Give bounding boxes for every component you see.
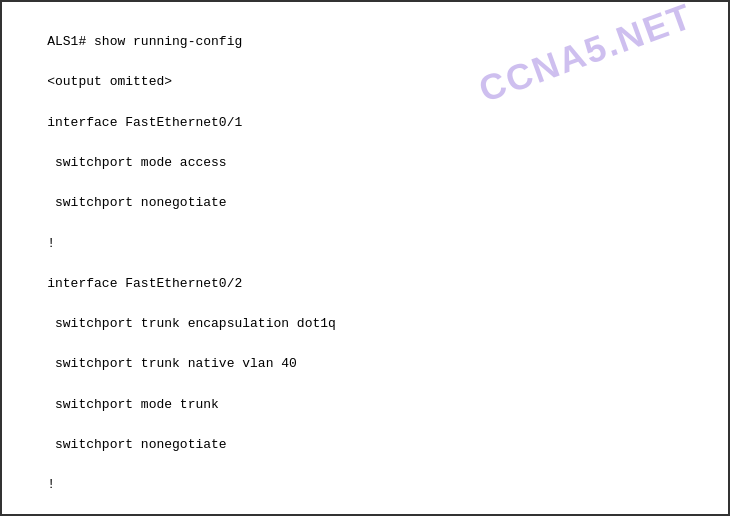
terminal-line-6: ! (47, 236, 55, 251)
terminal-line-8: switchport trunk encapsulation dot1q (47, 316, 336, 331)
terminal-line-3: interface FastEthernet0/1 (47, 115, 242, 130)
terminal-line-11: switchport nonegotiate (47, 437, 226, 452)
terminal-line-9: switchport trunk native vlan 40 (47, 356, 297, 371)
terminal-line-5: switchport nonegotiate (47, 195, 226, 210)
terminal-output: ALS1# show running-config <output omitte… (16, 12, 714, 516)
terminal-line-1: ALS1# show running-config (47, 34, 242, 49)
terminal-line-12: ! (47, 477, 55, 492)
terminal-line-7: interface FastEthernet0/2 (47, 276, 242, 291)
terminal-line-10: switchport mode trunk (47, 397, 219, 412)
terminal-container: CCNA5.NET ALS1# show running-config <out… (0, 0, 730, 516)
terminal-line-4: switchport mode access (47, 155, 226, 170)
terminal-line-2: <output omitted> (47, 74, 172, 89)
